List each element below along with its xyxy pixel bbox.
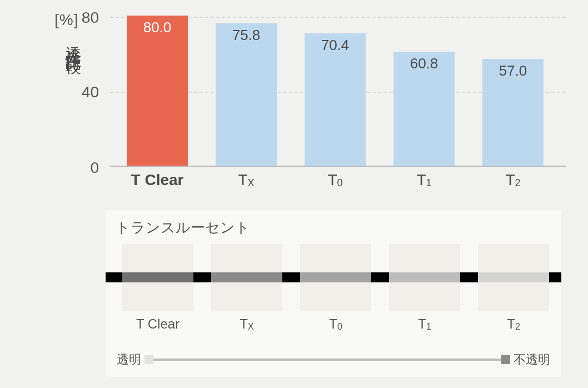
swatch-band: [122, 272, 193, 282]
swatch-label: TX: [208, 316, 286, 332]
swatch-band: [300, 272, 371, 282]
swatch-label: T0: [297, 316, 375, 332]
legend-track: [149, 359, 506, 361]
plot-area: 80.075.870.460.857.0: [110, 17, 566, 167]
legend-left-label: 透明: [117, 351, 141, 368]
swatch-label: T2: [475, 316, 552, 332]
bar-value: 75.8: [216, 27, 277, 44]
y-axis-label: 透光性比較: [62, 33, 83, 50]
bar-value: 80.0: [127, 19, 188, 36]
legend-knob-transparent: [144, 355, 153, 364]
legend-right-label: 不透明: [514, 351, 550, 368]
ytick-40: 40: [66, 83, 99, 101]
bar-value: 57.0: [482, 62, 544, 79]
swatch-label: T Clear: [119, 316, 197, 332]
bar-Tx: 75.8: [216, 23, 277, 166]
panel-title: トランスルーセント: [116, 218, 551, 237]
swatch-band: [478, 272, 549, 282]
swatch-TX: [211, 244, 282, 311]
bar-T1: 60.8: [393, 52, 455, 166]
xlabel-Tx: TX: [202, 171, 291, 189]
swatch-T Clear: [122, 244, 193, 311]
swatch-row: T ClearTXT0T1T2: [106, 244, 561, 311]
legend-knob-opaque: [501, 355, 510, 364]
swatch-T1: [389, 244, 460, 311]
swatch-band: [211, 272, 282, 282]
xlabel-T Clear: T Clear: [113, 171, 202, 189]
swatch-band: [389, 272, 460, 282]
bar-T0: 70.4: [305, 33, 366, 166]
ytick-80: 80: [66, 9, 99, 27]
swatch-T2: [478, 244, 549, 311]
xlabel-T2: T2: [469, 171, 557, 189]
swatch-label: T1: [386, 316, 464, 332]
translucency-bar-chart: [%] 透光性比較 80.075.870.460.857.0 80 40 0 T…: [54, 6, 566, 183]
bar-value: 70.4: [305, 37, 366, 54]
bar-T2: 57.0: [482, 59, 544, 166]
bar-T Clear: 80.0: [127, 16, 188, 166]
bar-value: 60.8: [393, 55, 455, 72]
swatch-T0: [300, 244, 371, 311]
xlabel-T0: T0: [291, 171, 380, 189]
translucent-panel: トランスルーセント T ClearTXT0T1T2 透明 不透明: [106, 210, 561, 377]
xlabel-T1: T1: [380, 171, 469, 189]
ytick-0: 0: [66, 159, 99, 177]
opacity-legend: 透明 不透明: [117, 351, 550, 368]
